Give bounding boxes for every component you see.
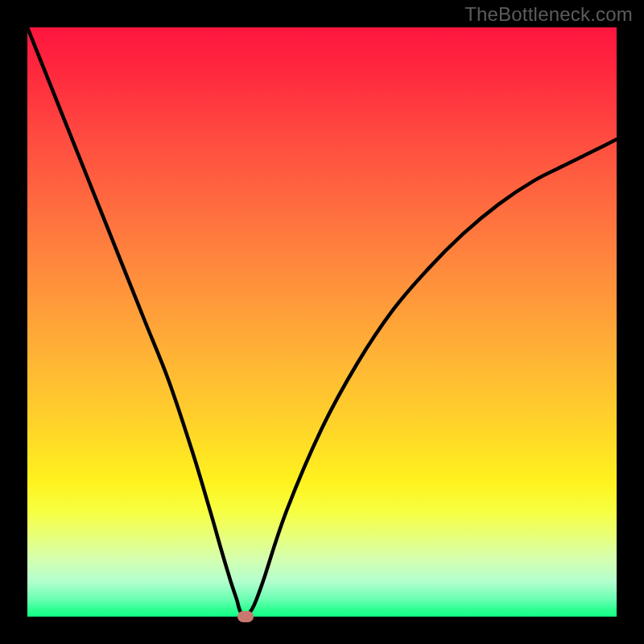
plot-area bbox=[27, 27, 617, 617]
bottleneck-curve bbox=[27, 27, 617, 617]
watermark-text: TheBottleneck.com bbox=[464, 3, 633, 26]
optimal-point-marker bbox=[237, 611, 254, 622]
chart-container: TheBottleneck.com bbox=[0, 0, 644, 644]
